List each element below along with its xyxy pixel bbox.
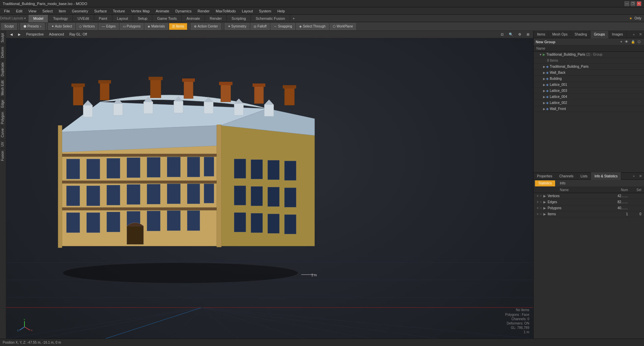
materials-button[interactable]: ◈ Materials <box>145 23 168 30</box>
tab-info-statistics[interactable]: Info & Statistics <box>591 172 621 180</box>
stats-minus-edges[interactable]: − <box>540 200 542 204</box>
stats-add-vertices[interactable]: + <box>536 194 539 198</box>
symmetry-button[interactable]: ✦ Symmetry <box>225 23 250 30</box>
viewport-fit-icon[interactable]: ⊡ <box>499 33 505 36</box>
sidebar-item-uv[interactable]: UV <box>0 139 6 149</box>
tree-arrow-lattice-004[interactable]: ▶ <box>543 95 545 99</box>
menu-geometry[interactable]: Geometry <box>69 8 91 14</box>
tab-gametools[interactable]: Game Tools <box>152 15 182 22</box>
tab-topology[interactable]: Topology <box>48 15 73 22</box>
viewport-zoom-icon[interactable]: 🔍 <box>507 33 514 36</box>
menu-animate[interactable]: Animate <box>153 8 172 14</box>
perspective-label[interactable]: Perspective <box>25 33 45 36</box>
sculpt-button[interactable]: Sculpt <box>1 23 17 30</box>
stats-subtab-statistics[interactable]: Statistics <box>535 180 555 186</box>
ray-gl-label[interactable]: Ray GL: Off <box>68 33 89 36</box>
menu-select[interactable]: Select <box>40 8 55 14</box>
tree-item-building[interactable]: ▶ ◈ Building <box>534 76 644 82</box>
auto-select-button[interactable]: ✦ Auto Select <box>48 23 75 30</box>
tree-arrow-building[interactable]: ▶ <box>543 77 545 80</box>
close-lower-panel-button[interactable]: ✕ <box>637 173 644 179</box>
add-right-tab-button[interactable]: + <box>631 32 637 37</box>
action-center-button[interactable]: ⊕ Action Center <box>191 23 221 30</box>
close-right-panel-button[interactable]: ✕ <box>637 32 644 37</box>
viewport-extra-icon[interactable]: ⊞ <box>525 33 531 36</box>
sidebar-item-deform[interactable]: Deform <box>0 45 6 60</box>
tab-groups[interactable]: Groups <box>591 31 609 38</box>
close-button[interactable]: ✕ <box>637 1 641 6</box>
stats-expand-items[interactable]: ▶ <box>543 212 546 216</box>
select-through-button[interactable]: ◈ Select Through <box>296 23 329 30</box>
sidebar-item-polygon[interactable]: Polygon <box>0 110 6 126</box>
tree-arrow-traditional[interactable]: ▶ <box>543 65 545 68</box>
presets-button[interactable]: ⬟ Presets ▾ <box>20 23 45 30</box>
groups-toolbar-lock[interactable]: 🔒 <box>630 40 636 44</box>
tree-arrow-lattice-001[interactable]: ▶ <box>543 83 545 86</box>
tab-model[interactable]: Model <box>29 15 48 22</box>
tab-schematic[interactable]: Schematic Fusion <box>251 15 290 22</box>
menu-vertexmap[interactable]: Vertex Map <box>128 8 153 14</box>
tree-arrow-root[interactable]: ▼ <box>539 53 542 56</box>
stats-minus-polygons[interactable]: − <box>540 206 542 210</box>
menu-maxtomodo[interactable]: MaxToModo <box>213 8 238 14</box>
stats-expand-vertices[interactable]: ▶ <box>543 194 546 198</box>
viewport-settings-icon[interactable]: ⚙ <box>517 33 523 36</box>
tab-mesh-ops[interactable]: Mesh Ops <box>549 31 571 38</box>
sidebar-item-mesh-edit[interactable]: Mesh Edit <box>0 78 6 97</box>
sidebar-item-edge[interactable]: Edge <box>0 98 6 110</box>
groups-toolbar-expand[interactable]: ⬡ <box>636 40 642 44</box>
tree-item-lattice-001[interactable]: ▶ ◈ Lattice_001 <box>534 82 644 88</box>
menu-layout[interactable]: Layout <box>239 8 256 14</box>
items-button[interactable]: ☰ Items <box>169 23 187 30</box>
viewport-arrow-prev[interactable]: ◀ <box>9 33 14 36</box>
tab-shading[interactable]: Shading <box>571 31 591 38</box>
tab-uvedit[interactable]: UVEdit <box>73 15 94 22</box>
stats-add-edges[interactable]: + <box>536 200 539 204</box>
stats-minus-vertices[interactable]: − <box>540 194 542 198</box>
stats-subtab-info[interactable]: Info <box>556 180 569 186</box>
vertices-button[interactable]: ◇ Vertices <box>76 23 98 30</box>
sidebar-item-duplicate[interactable]: Duplicate <box>0 60 6 78</box>
maximize-button[interactable]: ❐ <box>631 1 635 6</box>
tree-item-lattice-003[interactable]: ▶ ◈ Lattice_003 <box>534 88 644 94</box>
tree-item-traditional[interactable]: ▶ ◈ Traditional_Building_Paris <box>534 64 644 70</box>
stats-expand-polygons[interactable]: ▶ <box>543 206 546 210</box>
viewport-arrow-next[interactable]: ▶ <box>17 33 22 36</box>
tab-setup[interactable]: Setup <box>133 15 153 22</box>
minimize-button[interactable]: — <box>625 1 629 6</box>
tree-arrow-lattice-003[interactable]: ▶ <box>543 89 545 93</box>
menu-edit[interactable]: Edit <box>13 8 25 14</box>
tree-item-wall-front[interactable]: ▶ ◈ Wall_Front <box>534 106 644 112</box>
sidebar-item-sculpt[interactable]: Sculpt <box>0 31 6 45</box>
tree-arrow-wall-back[interactable]: ▶ <box>543 71 545 74</box>
menu-system[interactable]: System <box>256 8 274 14</box>
groups-toolbar-eye[interactable]: 👁 <box>624 40 630 44</box>
tree-arrow-wall-front[interactable]: ▶ <box>543 107 545 111</box>
sidebar-item-curve[interactable]: Curve <box>0 126 6 139</box>
add-tab-button[interactable]: + <box>290 16 298 21</box>
viewport-area[interactable]: ◀ ▶ Perspective Advanced Ray GL: Off ⊡ 🔍… <box>6 31 533 339</box>
stats-minus-items[interactable]: − <box>540 212 542 216</box>
tab-properties[interactable]: Properties <box>534 172 556 180</box>
menu-render[interactable]: Render <box>195 8 212 14</box>
menu-surface[interactable]: Surface <box>92 8 110 14</box>
menu-file[interactable]: File <box>1 8 13 14</box>
tab-images[interactable]: Images <box>609 31 627 38</box>
polygons-button[interactable]: ▭ Polygons <box>120 23 144 30</box>
tab-layout[interactable]: Layout <box>112 15 133 22</box>
menu-texture[interactable]: Texture <box>110 8 128 14</box>
tab-paint[interactable]: Paint <box>94 15 112 22</box>
stats-expand-edges[interactable]: ▶ <box>543 200 546 204</box>
menu-help[interactable]: Help <box>275 8 288 14</box>
sidebar-item-fusion[interactable]: Fusion <box>0 149 6 163</box>
tab-items[interactable]: Items <box>534 31 549 38</box>
layout-dropdown[interactable]: Default Layouts ▾ <box>0 16 26 20</box>
tab-render[interactable]: Render <box>205 15 227 22</box>
groups-toolbar-add[interactable]: + <box>619 40 624 44</box>
edges-button[interactable]: ― Edges <box>99 23 118 30</box>
tree-item-lattice-004[interactable]: ▶ ◈ Lattice_004 <box>534 94 644 100</box>
viewport-3d[interactable]: .grid-line { stroke: #2a3040; stroke-wid… <box>6 38 533 339</box>
snapping-button[interactable]: ↔ Snapping <box>271 23 295 30</box>
tab-lists[interactable]: Lists <box>577 172 591 180</box>
falloff-button[interactable]: ◎ Falloff <box>251 23 270 30</box>
